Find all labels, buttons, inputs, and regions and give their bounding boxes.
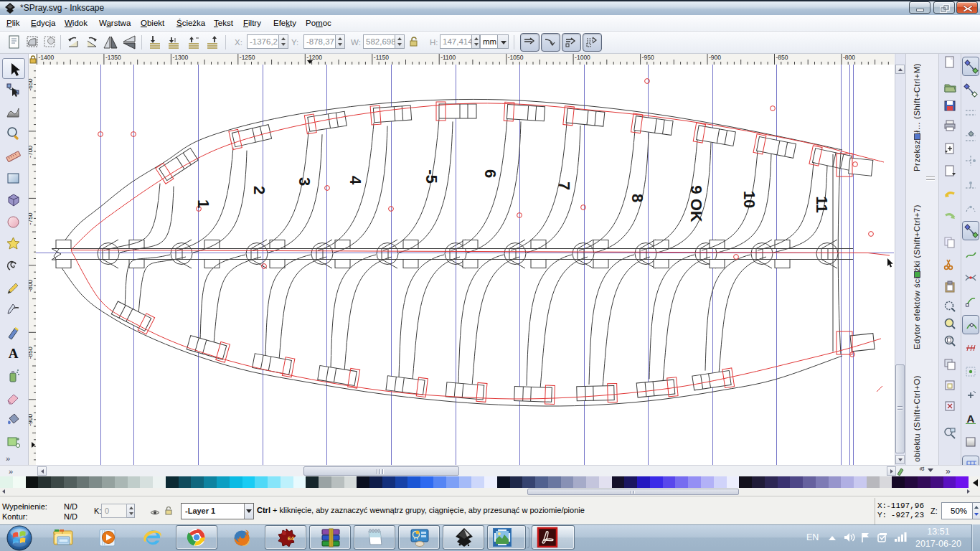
svg-text:-5: -5 <box>423 169 440 184</box>
svg-text:-850: -850 <box>29 347 34 359</box>
svg-text:-1050: -1050 <box>508 54 524 61</box>
svg-text:2: 2 <box>250 186 268 194</box>
svg-text:6: 6 <box>481 169 499 178</box>
svg-text:-1100: -1100 <box>440 54 456 61</box>
svg-text:-1400: -1400 <box>39 54 55 61</box>
svg-text:11: 11 <box>813 196 831 212</box>
svg-text:-950: -950 <box>642 54 654 61</box>
svg-text:-1150: -1150 <box>374 54 389 61</box>
svg-text:9 OK: 9 OK <box>687 185 705 222</box>
svg-text:64: 64 <box>288 535 294 542</box>
svg-text:-850: -850 <box>776 54 788 61</box>
svg-text:8: 8 <box>628 194 646 202</box>
svg-text:-900: -900 <box>29 414 34 426</box>
svg-text:-800: -800 <box>29 280 34 292</box>
svg-text:3: 3 <box>296 177 314 186</box>
svg-text:-800: -800 <box>843 54 855 61</box>
svg-text:10: 10 <box>740 191 758 208</box>
svg-text:-700: -700 <box>29 146 34 158</box>
svg-text:-900: -900 <box>709 54 721 61</box>
svg-text:-1300: -1300 <box>172 54 188 61</box>
svg-text:-1000: -1000 <box>575 54 590 61</box>
svg-text:-1250: -1250 <box>240 54 255 61</box>
svg-text:4: 4 <box>347 176 364 185</box>
svg-text:7: 7 <box>555 182 573 190</box>
svg-text:-750: -750 <box>29 212 34 225</box>
svg-text:-1350: -1350 <box>105 54 121 61</box>
svg-text:1: 1 <box>194 199 212 208</box>
svg-text:-650: -650 <box>29 78 34 90</box>
svg-text:A: A <box>967 413 975 425</box>
svg-text:A: A <box>9 346 19 361</box>
svg-text:-1200: -1200 <box>306 54 322 61</box>
